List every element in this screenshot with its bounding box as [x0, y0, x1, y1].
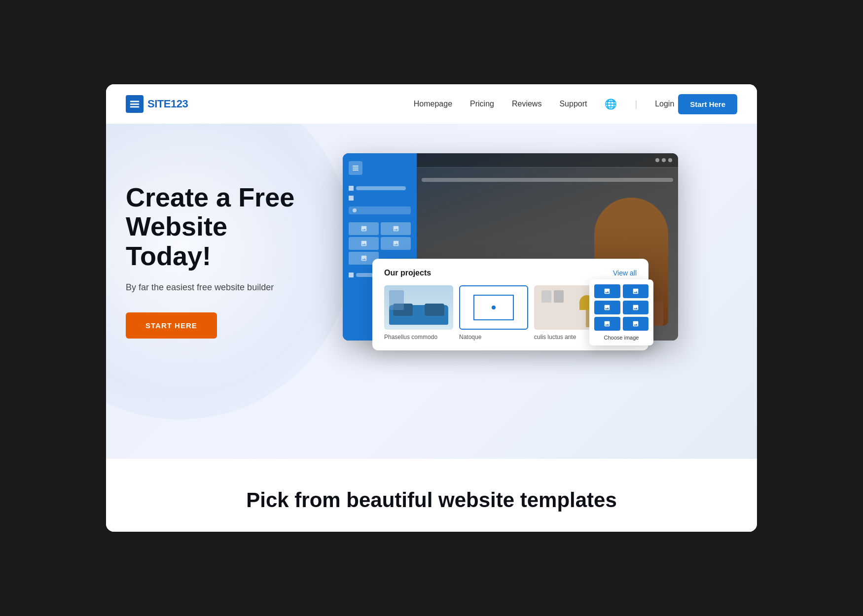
- projects-title: Our projects: [384, 269, 431, 277]
- logo-icon: [126, 95, 144, 113]
- main-container: SITE123 Homepage Pricing Reviews Support…: [106, 84, 757, 532]
- svg-rect-1: [130, 103, 139, 105]
- sidebar-img-3: [349, 237, 379, 250]
- image-select-icon-5: [604, 320, 611, 327]
- navbar: SITE123 Homepage Pricing Reviews Support…: [106, 84, 757, 124]
- logo-text: SITE123: [147, 98, 188, 110]
- choose-image-grid: [594, 284, 648, 331]
- svg-rect-3: [353, 166, 359, 166]
- sofa-scene: [384, 285, 453, 330]
- sidebar-checkbox-3: [349, 273, 354, 277]
- menu-icon: [352, 164, 360, 172]
- logo[interactable]: SITE123: [126, 95, 188, 113]
- nav-start-button[interactable]: Start Here: [678, 94, 737, 114]
- image-icon: [360, 225, 367, 232]
- image-select-icon-2: [632, 288, 639, 295]
- view-all-link[interactable]: View all: [613, 269, 637, 277]
- choose-image-popup: Choose image: [589, 279, 653, 345]
- image-icon-3: [360, 240, 367, 247]
- sidebar-img-2: [381, 222, 411, 235]
- choose-img-btn-5[interactable]: [594, 317, 620, 331]
- svg-rect-0: [130, 101, 139, 103]
- sidebar-img-1: [349, 222, 379, 235]
- hero-title: Create a Free Website Today!: [126, 183, 313, 271]
- project-2-frame: [473, 295, 514, 320]
- globe-icon[interactable]: 🌐: [605, 99, 617, 109]
- sidebar-row-1: [349, 185, 411, 192]
- nav-homepage[interactable]: Homepage: [414, 100, 452, 108]
- nav-pricing[interactable]: Pricing: [470, 100, 494, 108]
- nav-links: Homepage Pricing Reviews Support 🌐 | Log…: [414, 98, 675, 110]
- project-item-1: Phasellus commodo: [384, 285, 453, 341]
- choose-img-btn-1[interactable]: [594, 284, 620, 298]
- hero-section: Create a Free Website Today! By far the …: [106, 124, 757, 459]
- choose-img-btn-4[interactable]: [623, 301, 649, 314]
- sofa-cushion-2: [425, 304, 444, 316]
- image-select-icon-4: [632, 304, 639, 311]
- svg-rect-5: [353, 170, 359, 170]
- choose-image-label: Choose image: [594, 335, 648, 341]
- image-select-icon-1: [604, 288, 611, 295]
- sidebar-img-4: [381, 237, 411, 250]
- hero-cta-button[interactable]: START HERE: [126, 312, 217, 339]
- image-icon-4: [393, 240, 399, 247]
- svg-rect-4: [353, 168, 359, 168]
- hero-mockup: Our projects View all: [333, 153, 737, 341]
- bottom-section: Pick from beautiful website templates: [106, 459, 757, 532]
- image-select-icon-6: [632, 320, 639, 327]
- project-caption-2: Natoque: [459, 334, 528, 341]
- projects-panel: Our projects View all: [372, 259, 648, 350]
- image-icon-2: [393, 225, 399, 232]
- logo-number: 123: [171, 98, 188, 110]
- nav-reviews[interactable]: Reviews: [512, 100, 541, 108]
- wall-line: [417, 167, 678, 168]
- choose-img-btn-3[interactable]: [594, 301, 620, 314]
- search-icon: [353, 208, 357, 212]
- logo-site: SITE: [147, 98, 171, 110]
- choose-img-btn-6[interactable]: [623, 317, 649, 331]
- nav-divider: |: [635, 99, 637, 109]
- choose-img-btn-2[interactable]: [623, 284, 649, 298]
- project-thumb-1: [384, 285, 453, 330]
- artwork-2: [554, 290, 564, 303]
- artwork: [389, 290, 404, 310]
- project-2-dot: [492, 306, 496, 309]
- bottom-title: Pick from beautiful website templates: [126, 488, 737, 512]
- hamburger-icon: [129, 99, 140, 109]
- hero-copy: Create a Free Website Today! By far the …: [126, 153, 313, 339]
- hero-subtitle: By far the easiest free website builder: [126, 282, 313, 293]
- image-icon-5: [360, 255, 367, 262]
- sidebar-checkbox: [349, 186, 354, 191]
- svg-rect-2: [130, 106, 139, 108]
- projects-header: Our projects View all: [384, 269, 637, 277]
- sidebar-menu-icon: [349, 161, 362, 175]
- sidebar-row-2: [349, 196, 411, 201]
- sidebar-bar: [356, 186, 406, 190]
- sidebar-search: [349, 206, 411, 214]
- image-select-icon-3: [604, 304, 611, 311]
- nav-login[interactable]: Login: [655, 100, 674, 108]
- artwork-1: [541, 290, 551, 303]
- project-item-2: Natoque: [459, 285, 528, 341]
- project-caption-1: Phasellus commodo: [384, 334, 453, 341]
- project-thumb-2: [459, 285, 528, 330]
- hero-title-line1: Create a Free: [126, 182, 294, 212]
- sidebar-checkbox-2: [349, 196, 354, 201]
- hero-title-line2: Website Today!: [126, 211, 227, 270]
- nav-support[interactable]: Support: [559, 100, 587, 108]
